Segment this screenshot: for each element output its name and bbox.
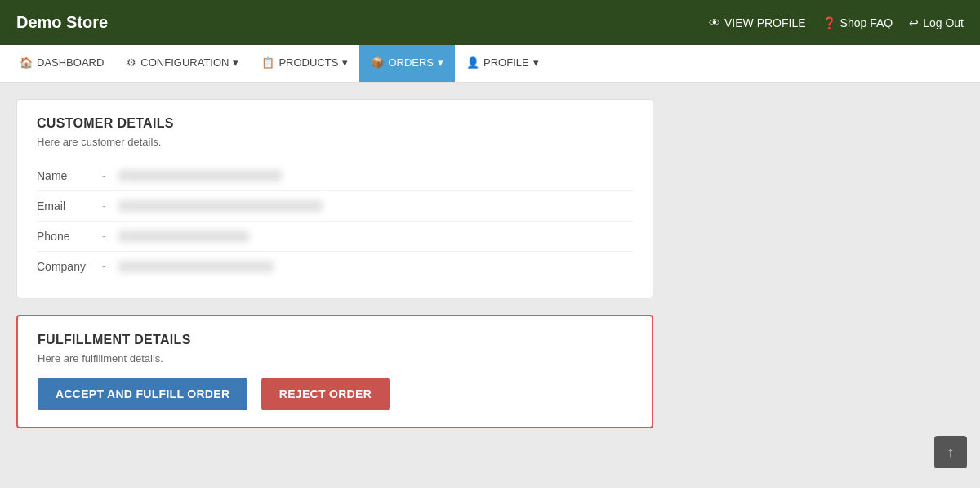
nav-item-configuration[interactable]: ⚙ CONFIGURATION ▾: [115, 45, 250, 82]
view-profile-label: VIEW PROFILE: [724, 16, 806, 29]
chevron-down-icon: ▾: [438, 56, 443, 69]
accept-fulfill-button[interactable]: ACCEPT AND FULFILL ORDER: [38, 378, 247, 410]
profile-icon: 👤: [466, 56, 479, 69]
customer-details-card: CUSTOMER DETAILS Here are customer detai…: [16, 99, 653, 298]
company-sep: -: [102, 260, 118, 273]
products-label: PRODUCTS: [278, 56, 338, 69]
nav-item-dashboard[interactable]: 🏠 DASHBOARD: [8, 45, 115, 82]
phone-label: Phone: [37, 230, 102, 243]
detail-row-email: Email -: [37, 191, 633, 222]
detail-row-name: Name -: [37, 161, 633, 191]
email-label: Email: [37, 199, 102, 213]
top-bar: Demo Store 👁 VIEW PROFILE ❓ Shop FAQ ↩ L…: [0, 0, 980, 45]
log-out-label: Log Out: [923, 16, 964, 29]
nav-bar: 🏠 DASHBOARD ⚙ CONFIGURATION ▾ 📋 PRODUCTS…: [0, 45, 980, 83]
view-profile-link[interactable]: 👁 VIEW PROFILE: [709, 16, 806, 29]
detail-row-phone: Phone -: [37, 222, 633, 252]
fulfillment-card-subtitle: Here are fulfillment details.: [38, 352, 632, 365]
profile-label: PROFILE: [483, 56, 529, 69]
products-icon: 📋: [261, 56, 274, 69]
detail-row-company: Company -: [37, 252, 633, 281]
email-sep: -: [102, 199, 118, 213]
name-value: [118, 170, 282, 181]
chevron-down-icon: ▾: [533, 56, 539, 69]
reject-order-button[interactable]: REJECT ORDER: [261, 378, 390, 410]
shop-faq-label: Shop FAQ: [840, 16, 893, 29]
phone-sep: -: [102, 230, 118, 243]
logout-icon: ↩: [909, 16, 919, 29]
top-bar-links: 👁 VIEW PROFILE ❓ Shop FAQ ↩ Log Out: [709, 16, 964, 29]
orders-icon: 📦: [371, 56, 384, 69]
company-value: [118, 261, 274, 272]
faq-icon: ❓: [822, 16, 836, 29]
name-sep: -: [102, 169, 118, 182]
fulfillment-card-title: FULFILLMENT DETAILS: [38, 333, 632, 347]
brand-title: Demo Store: [16, 13, 108, 32]
scroll-to-top-button[interactable]: ↑: [934, 436, 967, 468]
fulfillment-details-card: FULFILLMENT DETAILS Here are fulfillment…: [16, 315, 653, 428]
eye-icon: 👁: [709, 16, 720, 29]
page-content: CUSTOMER DETAILS Here are customer detai…: [0, 83, 670, 461]
nav-item-orders[interactable]: 📦 ORDERS ▾: [359, 45, 455, 82]
log-out-link[interactable]: ↩ Log Out: [909, 16, 964, 29]
dashboard-icon: 🏠: [20, 56, 33, 69]
name-label: Name: [37, 169, 102, 182]
customer-card-title: CUSTOMER DETAILS: [37, 116, 633, 131]
fulfillment-actions: ACCEPT AND FULFILL ORDER REJECT ORDER: [38, 378, 632, 410]
configuration-icon: ⚙: [127, 56, 136, 69]
orders-label: ORDERS: [388, 56, 434, 69]
shop-faq-link[interactable]: ❓ Shop FAQ: [822, 16, 893, 29]
chevron-down-icon: ▾: [342, 56, 348, 69]
company-label: Company: [37, 260, 102, 273]
customer-card-subtitle: Here are customer details.: [37, 136, 633, 148]
dashboard-label: DASHBOARD: [37, 56, 104, 69]
chevron-down-icon: ▾: [233, 56, 238, 69]
nav-item-profile[interactable]: 👤 PROFILE ▾: [455, 45, 550, 82]
nav-item-products[interactable]: 📋 PRODUCTS ▾: [250, 45, 359, 82]
configuration-label: CONFIGURATION: [140, 56, 229, 69]
email-value: [118, 200, 323, 212]
phone-value: [118, 231, 249, 242]
